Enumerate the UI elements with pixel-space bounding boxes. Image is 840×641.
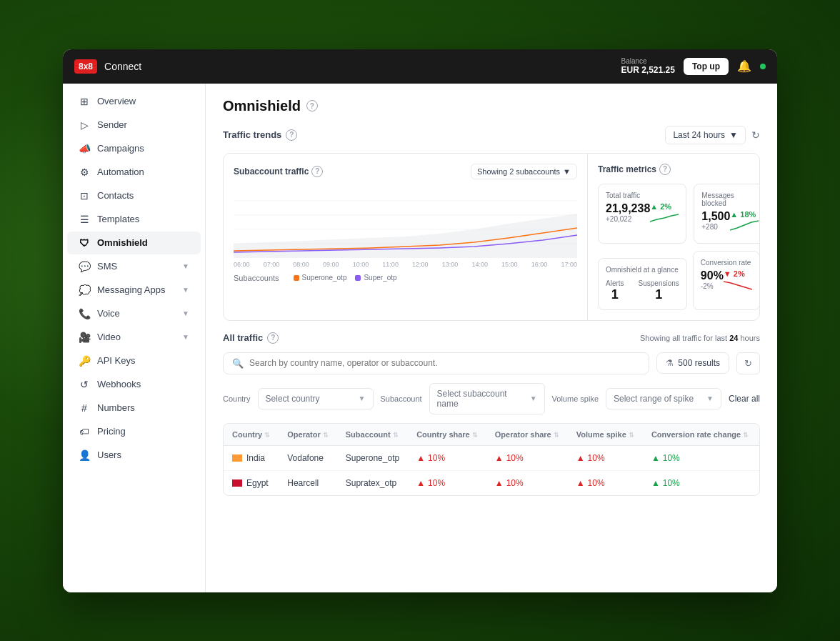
chevron-down-icon: ▼: [706, 394, 714, 402]
filter-icon: ⚗: [666, 358, 674, 368]
sidebar-item-label: API Keys: [97, 355, 135, 366]
td-country-share: ▲ 10%: [408, 470, 486, 495]
sidebar-item-numbers[interactable]: # Numbers: [67, 397, 201, 419]
total-traffic-value: 21,9,238: [606, 202, 650, 215]
subaccount-filter-select[interactable]: Select subaccount name ▼: [429, 383, 545, 414]
traffic-info: Showing all traffic for last 24 hours: [640, 334, 760, 342]
subaccount-filter-label: Subaccount: [381, 394, 422, 403]
chart-legend: Subaccounts Superone_otp Super_otp: [234, 274, 577, 282]
omnishield-icon: 🛡: [79, 237, 90, 249]
logo: 8x8: [74, 59, 97, 74]
refresh-button[interactable]: ↻: [751, 129, 760, 141]
sidebar-item-webhooks[interactable]: ↺ Webhooks: [67, 373, 201, 396]
legend-super-otp: Super_otp: [355, 274, 396, 282]
th-conversion-rate-change[interactable]: Conversion rate change ⇅: [643, 424, 757, 446]
metrics-title: Traffic metrics ?: [598, 164, 749, 175]
sidebar-item-omnishield[interactable]: 🛡 Omnishield: [67, 232, 201, 254]
messages-blocked-sparkline: [730, 219, 759, 233]
voice-icon: 📞: [79, 308, 90, 319]
chart-info-icon[interactable]: ?: [311, 166, 323, 177]
omnishield-info-icon[interactable]: ?: [306, 100, 318, 111]
arrow-up-green-icon: ▲: [651, 478, 660, 488]
sidebar-item-sms[interactable]: 💬 SMS ▼: [67, 255, 201, 278]
app-title: Connect: [104, 61, 141, 72]
filters-row: Country Select country ▼ Subaccount Sele…: [223, 383, 760, 414]
sidebar-item-label: Video: [97, 332, 121, 342]
sidebar-item-campaigns[interactable]: 📣 Campaigns: [67, 137, 201, 160]
chart-title: Subaccount traffic ?: [234, 166, 323, 177]
omnishield-glance-card: Omnishield at a glance Alerts 1 Suspensi…: [598, 258, 687, 310]
traffic-table: Country ⇅ Operator ⇅ Subaccount ⇅ Countr…: [223, 423, 760, 496]
volume-spike-filter-select[interactable]: Select range of spike ▼: [606, 388, 721, 409]
topup-button[interactable]: Top up: [684, 58, 729, 75]
alerts-item: Alerts 1: [606, 279, 624, 302]
th-volume-spike[interactable]: Volume spike ⇅: [568, 424, 643, 446]
metrics-info-icon[interactable]: ?: [659, 164, 671, 175]
sidebar-item-label: Automation: [97, 167, 144, 177]
messages-blocked-sub: +280: [701, 223, 730, 231]
sidebar-item-automation[interactable]: ⚙ Automation: [67, 161, 201, 184]
th-operator[interactable]: Operator ⇅: [279, 424, 337, 446]
messages-blocked-label: Messages blocked: [701, 192, 759, 207]
header-right: Balance EUR 2,521.25 Top up 🔔: [621, 57, 766, 75]
app-window: 8x8 Connect Balance EUR 2,521.25 Top up …: [63, 49, 777, 592]
numbers-icon: #: [79, 402, 90, 414]
clear-all-button[interactable]: Clear all: [729, 394, 760, 404]
messaging-apps-icon: 💭: [79, 284, 90, 296]
th-country-share[interactable]: Country share ⇅: [408, 424, 486, 446]
conversion-rate-row: 90% -2% ▼ 2%: [701, 269, 752, 295]
sidebar-item-sender[interactable]: ▷ Sender: [67, 114, 201, 136]
sidebar-item-voice[interactable]: 📞 Voice ▼: [67, 302, 201, 325]
traffic-trends-info-icon[interactable]: ?: [286, 129, 297, 141]
legend-superone: Superone_otp: [294, 274, 347, 282]
chevron-down-icon: ▼: [729, 130, 738, 140]
suspensions-item: Suspensions 1: [639, 279, 679, 302]
metrics-grid: Total traffic 21,9,238 +20,022 ▲ 2%: [598, 184, 749, 244]
th-country[interactable]: Country ⇅: [224, 424, 279, 446]
all-traffic-title: All traffic ?: [223, 332, 279, 344]
pricing-icon: 🏷: [79, 426, 90, 437]
sidebar-item-label: Messaging Apps: [97, 284, 165, 295]
arrow-up-icon: ▲: [495, 478, 504, 488]
sidebar-item-pricing[interactable]: 🏷 Pricing: [67, 420, 201, 443]
td-country-share: ▲ 10%: [408, 445, 486, 470]
chevron-down-icon: ▼: [182, 262, 189, 270]
sidebar-item-overview[interactable]: ⊞ Overview: [67, 90, 201, 113]
arrow-up-icon: ▲: [416, 478, 425, 488]
chevron-down-icon: ▼: [359, 394, 366, 402]
search-input[interactable]: [249, 358, 640, 368]
all-traffic-info-icon[interactable]: ?: [267, 332, 279, 344]
th-subaccount[interactable]: Subaccount ⇅: [337, 424, 408, 446]
country-filter-select[interactable]: Select country ▼: [258, 388, 374, 409]
campaigns-icon: 📣: [79, 143, 90, 154]
subaccounts-filter-button[interactable]: Showing 2 subaccounts ▼: [471, 164, 577, 179]
td-cost-incurred: $200: [757, 445, 760, 470]
bell-icon[interactable]: 🔔: [737, 59, 751, 73]
table: Country ⇅ Operator ⇅ Subaccount ⇅ Countr…: [224, 424, 760, 495]
refresh-table-button[interactable]: ↻: [736, 352, 760, 374]
webhooks-icon: ↺: [79, 379, 90, 390]
suspensions-value: 1: [639, 287, 679, 302]
messages-blocked-card: Messages blocked 1,500 +280 ▲ 18%: [694, 184, 760, 244]
table-header-row: Country ⇅ Operator ⇅ Subaccount ⇅ Countr…: [224, 424, 760, 446]
sidebar-item-label: Contacts: [97, 190, 134, 201]
country-filter-label: Country: [223, 394, 251, 403]
chart-svg: [234, 187, 577, 258]
sidebar-item-contacts[interactable]: ⊡ Contacts: [67, 184, 201, 207]
sender-icon: ▷: [79, 119, 90, 131]
th-cost-incurred[interactable]: Cost incurred ⇅: [757, 424, 760, 446]
sidebar-item-label: Voice: [97, 308, 120, 319]
th-operator-share[interactable]: Operator share ⇅: [486, 424, 568, 446]
sidebar-item-messaging-apps[interactable]: 💭 Messaging Apps ▼: [67, 279, 201, 302]
sidebar-item-users[interactable]: 👤 Users: [67, 444, 201, 467]
time-filter-button[interactable]: Last 24 hours ▼: [665, 126, 746, 144]
main-layout: ⊞ Overview ▷ Sender 📣 Campaigns ⚙ Automa…: [63, 84, 777, 592]
api-keys-icon: 🔑: [79, 355, 90, 367]
sidebar-item-templates[interactable]: ☰ Templates: [67, 208, 201, 231]
total-traffic-row: 21,9,238 +20,022 ▲ 2%: [606, 202, 679, 228]
total-traffic-card: Total traffic 21,9,238 +20,022 ▲ 2%: [598, 184, 686, 244]
sidebar-item-video[interactable]: 🎥 Video ▼: [67, 326, 201, 349]
sidebar-item-label: Sender: [97, 119, 127, 130]
sidebar-item-api-keys[interactable]: 🔑 API Keys: [67, 349, 201, 372]
total-traffic-sparkline: [650, 211, 679, 225]
